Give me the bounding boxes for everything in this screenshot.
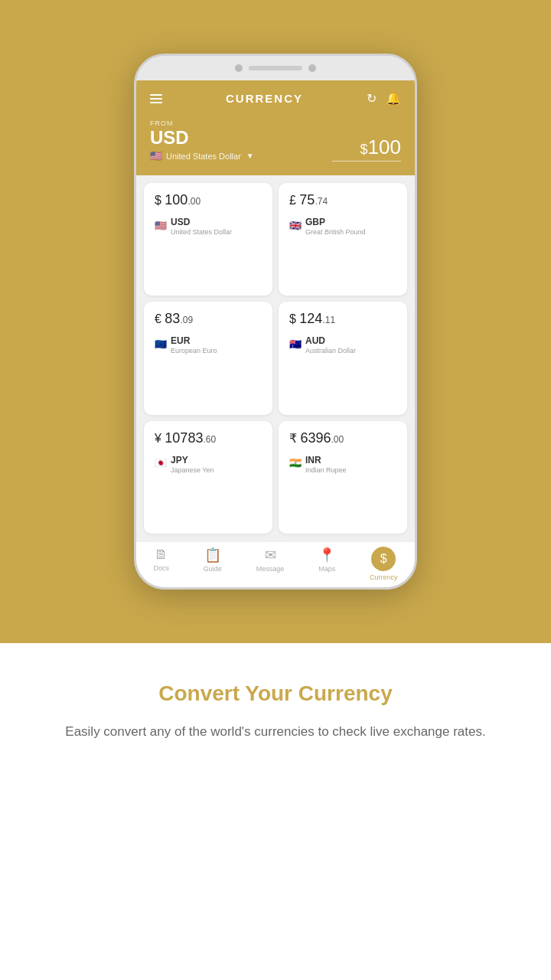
phone-camera-front <box>308 64 316 72</box>
from-flag: 🇺🇸 <box>150 150 162 162</box>
card-flag: 🇮🇳 <box>289 457 302 469</box>
bottom-section: Convert Your Currency Easily convert any… <box>0 643 551 980</box>
card-symbol: ¥ <box>155 432 165 445</box>
card-name: United States Dollar <box>171 228 232 236</box>
card-flag: 🇺🇸 <box>155 220 167 231</box>
header-icons: ↻ 🔔 <box>367 91 401 106</box>
from-currency-name: United States Dollar <box>166 152 241 161</box>
card-code: INR <box>305 455 321 466</box>
card-code: AUD <box>305 335 325 346</box>
currency-card-eur[interactable]: € 83.09 🇪🇺 EUR European Euro <box>144 302 272 414</box>
nav-currency[interactable]: $ Currency <box>370 547 398 581</box>
card-name: European Euro <box>171 347 217 354</box>
promo-title: Convert Your Currency <box>46 681 505 706</box>
nav-maps-label: Maps <box>318 565 335 573</box>
card-code: USD <box>171 217 190 227</box>
amount-value: 100 <box>368 136 401 158</box>
from-info: FROM USD 🇺🇸 United States Dollar ▼ <box>150 119 254 162</box>
currency-nav-circle: $ <box>371 547 396 571</box>
card-whole: 75 <box>299 192 315 207</box>
card-currency-text: INR Indian Rupee <box>305 452 347 474</box>
from-amount[interactable]: $100 <box>332 136 401 162</box>
app-header-top: CURRENCY ↻ 🔔 <box>150 91 401 106</box>
currency-card-aud[interactable]: $ 124.11 🇦🇺 AUD Australian Dollar <box>279 302 407 414</box>
card-decimal: .60 <box>203 434 216 445</box>
currency-card-gbp[interactable]: £ 75.74 🇬🇧 GBP Great British Pound <box>279 183 407 296</box>
card-whole: 10783 <box>165 430 203 446</box>
card-currency-info: 🇬🇧 GBP Great British Pound <box>289 214 396 236</box>
card-currency-info: 🇺🇸 USD United States Dollar <box>155 214 262 236</box>
currency-nav-icon: $ <box>380 552 387 566</box>
app-title: CURRENCY <box>226 92 303 105</box>
nav-message[interactable]: ✉ Message <box>256 547 285 581</box>
card-name: Great British Pound <box>305 228 366 236</box>
phone-screen: CURRENCY ↻ 🔔 FROM USD 🇺🇸 United States D… <box>136 80 415 587</box>
card-decimal: .09 <box>180 315 193 325</box>
dollar-sign: $ <box>360 142 368 157</box>
card-amount: ₹ 6396.00 <box>289 430 396 446</box>
app-header: CURRENCY ↻ 🔔 FROM USD 🇺🇸 United States D… <box>136 80 415 175</box>
card-flag: 🇦🇺 <box>289 338 302 350</box>
guide-icon: 📋 <box>204 547 221 564</box>
card-symbol: € <box>155 312 165 325</box>
from-label: FROM <box>150 119 254 127</box>
top-section: CURRENCY ↻ 🔔 FROM USD 🇺🇸 United States D… <box>0 0 551 643</box>
menu-icon[interactable] <box>150 94 162 103</box>
card-flag: 🇯🇵 <box>155 457 167 469</box>
from-section: FROM USD 🇺🇸 United States Dollar ▼ $100 <box>150 119 401 162</box>
bell-icon[interactable]: 🔔 <box>386 91 401 106</box>
card-currency-info: 🇮🇳 INR Indian Rupee <box>289 452 396 474</box>
card-symbol: $ <box>155 194 165 207</box>
card-whole: 100 <box>165 192 187 207</box>
nav-guide-label: Guide <box>204 565 222 573</box>
card-whole: 6396 <box>300 430 331 446</box>
card-flag: 🇪🇺 <box>155 338 167 350</box>
nav-maps[interactable]: 📍 Maps <box>318 547 335 581</box>
currency-card-usd[interactable]: $ 100.00 🇺🇸 USD United States Dollar <box>144 183 272 296</box>
phone-top-bar <box>136 56 415 80</box>
card-whole: 124 <box>299 311 322 326</box>
currency-grid: $ 100.00 🇺🇸 USD United States Dollar £ 7… <box>136 175 415 541</box>
card-symbol: ₹ <box>289 432 300 445</box>
maps-icon: 📍 <box>318 547 335 564</box>
refresh-icon[interactable]: ↻ <box>367 91 377 106</box>
card-currency-info: 🇯🇵 JPY Japanese Yen <box>155 452 262 474</box>
dropdown-arrow-icon[interactable]: ▼ <box>246 152 254 160</box>
card-name: Japanese Yen <box>171 466 214 474</box>
card-currency-text: USD United States Dollar <box>171 214 232 236</box>
card-symbol: $ <box>289 312 299 325</box>
currency-card-jpy[interactable]: ¥ 10783.60 🇯🇵 JPY Japanese Yen <box>144 421 272 534</box>
card-decimal: .00 <box>187 196 201 207</box>
card-code: JPY <box>171 455 188 466</box>
phone-speaker <box>249 66 302 70</box>
card-symbol: £ <box>289 194 299 207</box>
card-currency-text: GBP Great British Pound <box>305 214 366 236</box>
bottom-nav: 🗎 Docs 📋 Guide ✉ Message 📍 Maps <box>136 541 415 587</box>
phone-mockup: CURRENCY ↻ 🔔 FROM USD 🇺🇸 United States D… <box>134 54 417 590</box>
phone-camera <box>235 64 243 72</box>
nav-docs[interactable]: 🗎 Docs <box>153 547 169 581</box>
from-flag-row: 🇺🇸 United States Dollar ▼ <box>150 150 254 162</box>
message-icon: ✉ <box>265 547 276 564</box>
card-currency-text: EUR European Euro <box>171 333 217 354</box>
card-name: Australian Dollar <box>305 347 356 354</box>
card-amount: € 83.09 <box>155 311 262 327</box>
card-amount: £ 75.74 <box>289 192 396 208</box>
card-name: Indian Rupee <box>305 466 347 474</box>
card-decimal: .74 <box>315 196 328 207</box>
nav-guide[interactable]: 📋 Guide <box>204 547 222 581</box>
currency-card-inr[interactable]: ₹ 6396.00 🇮🇳 INR Indian Rupee <box>279 421 407 534</box>
card-decimal: .11 <box>322 315 335 325</box>
card-currency-text: JPY Japanese Yen <box>171 452 214 474</box>
docs-icon: 🗎 <box>155 547 168 563</box>
card-amount: $ 100.00 <box>155 192 262 208</box>
card-whole: 83 <box>165 311 180 326</box>
card-currency-info: 🇦🇺 AUD Australian Dollar <box>289 333 396 354</box>
card-code: EUR <box>171 335 190 346</box>
card-flag: 🇬🇧 <box>289 220 302 231</box>
card-currency-text: AUD Australian Dollar <box>305 333 356 354</box>
promo-description: Easily convert any of the world's curren… <box>46 721 505 742</box>
card-amount: ¥ 10783.60 <box>155 430 262 446</box>
card-amount: $ 124.11 <box>289 311 396 327</box>
card-decimal: .00 <box>331 434 344 445</box>
